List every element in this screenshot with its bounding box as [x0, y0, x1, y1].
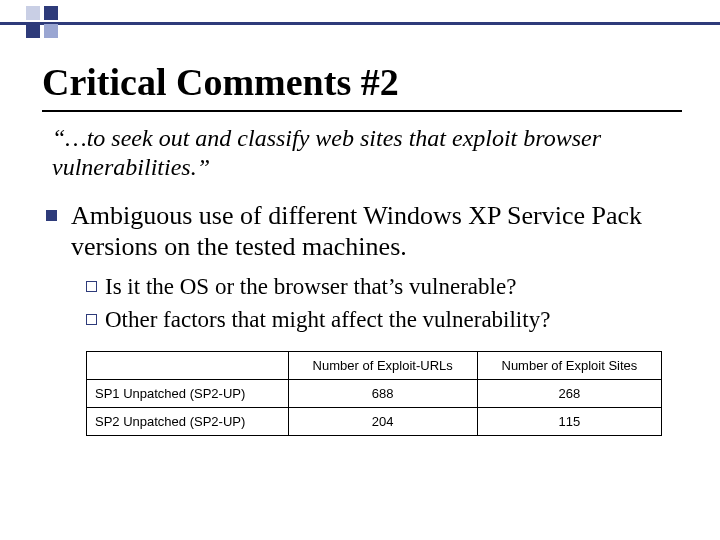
table-header: Number of Exploit Sites — [477, 351, 661, 379]
table-row: SP2 Unpatched (SP2-UP) 204 115 — [87, 407, 662, 435]
table-cell: 688 — [288, 379, 477, 407]
decoration-bar — [0, 22, 720, 25]
table-row-label: SP2 Unpatched (SP2-UP) — [87, 407, 289, 435]
slide-decoration — [0, 0, 720, 48]
decoration-square — [26, 24, 40, 38]
table-header: Number of Exploit-URLs — [288, 351, 477, 379]
bullet-text: Other factors that might affect the vuln… — [105, 306, 550, 335]
slide-title: Critical Comments #2 — [42, 60, 682, 104]
table-header-row: Number of Exploit-URLs Number of Exploit… — [87, 351, 662, 379]
quote-text: “…to seek out and classify web sites tha… — [52, 124, 672, 182]
bullet-level1: Ambiguous use of different Windows XP Se… — [46, 200, 678, 263]
data-table: Number of Exploit-URLs Number of Exploit… — [86, 351, 662, 436]
hollow-square-bullet-icon — [86, 314, 97, 325]
table-header-blank — [87, 351, 289, 379]
table-row: SP1 Unpatched (SP2-UP) 688 268 — [87, 379, 662, 407]
table-row-label: SP1 Unpatched (SP2-UP) — [87, 379, 289, 407]
decoration-square — [44, 6, 58, 20]
bullet-level2: Is it the OS or the browser that’s vulne… — [86, 273, 682, 302]
title-underline — [42, 110, 682, 112]
decoration-square — [26, 6, 40, 20]
table-cell: 204 — [288, 407, 477, 435]
data-table-container: Number of Exploit-URLs Number of Exploit… — [86, 351, 662, 436]
table-cell: 115 — [477, 407, 661, 435]
bullet-level2: Other factors that might affect the vuln… — [86, 306, 682, 335]
table-cell: 268 — [477, 379, 661, 407]
decoration-square — [44, 24, 58, 38]
square-bullet-icon — [46, 210, 57, 221]
slide-content: Critical Comments #2 “…to seek out and c… — [42, 60, 682, 436]
hollow-square-bullet-icon — [86, 281, 97, 292]
bullet-text: Ambiguous use of different Windows XP Se… — [71, 200, 678, 263]
bullet-text: Is it the OS or the browser that’s vulne… — [105, 273, 516, 302]
